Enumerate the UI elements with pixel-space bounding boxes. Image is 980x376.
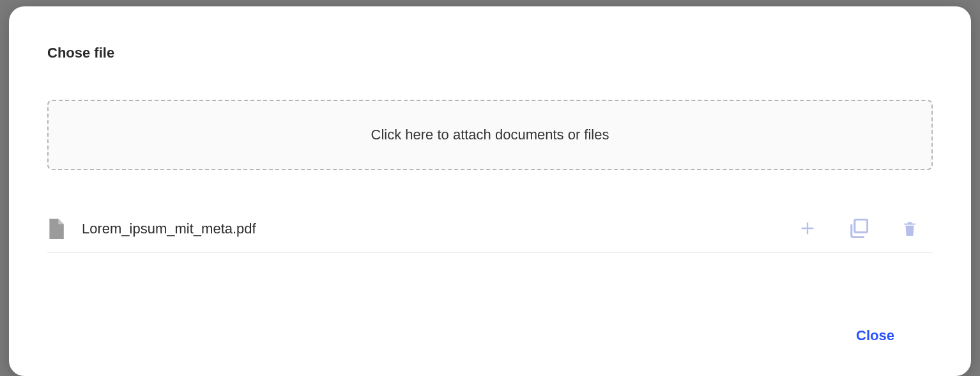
trash-icon: [901, 219, 918, 239]
file-dropzone[interactable]: Click here to attach documents or files: [47, 100, 933, 170]
file-actions: [797, 219, 920, 239]
file-name: Lorem_ipsum_mit_meta.pdf: [82, 221, 797, 237]
modal-title: Chose file: [47, 45, 933, 61]
file-row: Lorem_ipsum_mit_meta.pdf: [47, 208, 933, 253]
plus-icon: [799, 219, 816, 239]
add-button[interactable]: [797, 219, 818, 239]
svg-rect-0: [855, 219, 868, 232]
copy-button[interactable]: [848, 219, 869, 239]
modal-footer: Close: [47, 295, 933, 350]
delete-button[interactable]: [900, 219, 920, 239]
dropzone-text: Click here to attach documents or files: [371, 127, 609, 143]
close-button[interactable]: Close: [843, 321, 907, 350]
copy-icon: [849, 219, 868, 240]
file-chooser-modal: Chose file Click here to attach document…: [9, 6, 971, 376]
document-icon: [47, 219, 64, 239]
